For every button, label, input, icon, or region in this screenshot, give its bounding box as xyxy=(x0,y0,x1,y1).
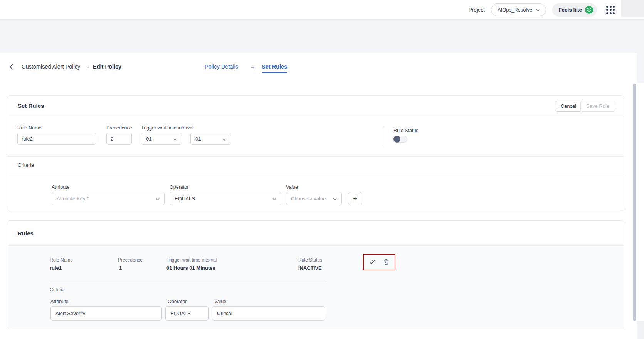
project-dropdown-value: AIOps_Resolve xyxy=(498,7,532,13)
project-dropdown[interactable]: AIOps_Resolve xyxy=(491,3,546,16)
delete-rule-button[interactable] xyxy=(383,259,390,266)
page: Project AIOps_Resolve Feels like xyxy=(0,0,644,339)
rules-card: Rules Rule Name rule1 Precedence 1 Trigg… xyxy=(7,220,624,329)
set-rules-card: Set Rules Cancel Save Rule Rule Name Pre… xyxy=(7,95,624,211)
tab-set-rules[interactable]: Set Rules xyxy=(262,64,287,73)
attribute-placeholder: Attribute Key * xyxy=(57,196,89,201)
trash-icon xyxy=(383,259,389,266)
section-divider xyxy=(7,156,624,157)
project-label: Project xyxy=(469,7,485,13)
trigger-minutes-value: 01 xyxy=(195,136,201,142)
edit-rule-button[interactable] xyxy=(369,259,376,266)
rule-name-value: rule1 xyxy=(50,265,62,271)
criteria-section-label: Criteria xyxy=(18,162,34,168)
chevron-down-icon xyxy=(156,196,160,201)
section-divider xyxy=(7,173,624,173)
precedence-input[interactable] xyxy=(106,133,132,145)
operator-value: EQUALS xyxy=(170,310,191,316)
back-chevron-icon[interactable] xyxy=(8,63,15,70)
attribute-value-box: Alert Severity xyxy=(50,306,162,321)
value-select[interactable]: Choose a value xyxy=(286,192,342,205)
chevron-down-icon xyxy=(536,7,540,13)
precedence-label: Precedence xyxy=(106,125,132,131)
trigger-interval-value: 01 Hours 01 Minutes xyxy=(166,265,215,271)
breadcrumb: Customised Alert Policy › Edit Policy Po… xyxy=(0,62,637,72)
vertical-divider xyxy=(384,129,384,147)
cancel-button[interactable]: Cancel xyxy=(555,101,582,112)
smiley-face-icon xyxy=(585,6,593,14)
operator-label: Operator xyxy=(170,185,188,190)
criteria-section-label: Criteria xyxy=(50,287,65,292)
set-rules-title: Set Rules xyxy=(18,102,44,109)
right-edge-strip-top xyxy=(637,53,644,83)
attribute-label: Attribute xyxy=(52,185,70,190)
precedence-label: Precedence xyxy=(118,257,143,263)
operator-value: EQUALS xyxy=(175,196,195,201)
header-corner-panel xyxy=(621,0,644,17)
rule-status-value: INACTIVE xyxy=(298,265,322,271)
annotation-highlight-box xyxy=(363,254,395,270)
trigger-interval-label: Trigger wait time interval xyxy=(141,125,193,131)
precedence-value: 1 xyxy=(119,265,122,271)
value-value-box: Critical xyxy=(212,306,325,321)
rule-status-label: Rule Status xyxy=(393,128,419,133)
chevron-down-icon xyxy=(173,136,177,142)
attribute-label: Attribute xyxy=(50,299,69,304)
rule-row-divider xyxy=(50,282,326,282)
chevron-down-icon xyxy=(272,196,276,201)
feels-like-button[interactable]: Feels like xyxy=(552,3,597,17)
attribute-select[interactable]: Attribute Key * xyxy=(52,192,165,205)
tab-policy-details[interactable]: Policy Details xyxy=(205,64,238,70)
rule-status-label: Rule Status xyxy=(298,257,322,263)
trigger-minutes-select[interactable]: 01 xyxy=(190,133,231,145)
toggle-knob xyxy=(393,136,400,143)
page-background-band xyxy=(0,20,644,53)
value-value: Critical xyxy=(217,310,232,316)
rules-title: Rules xyxy=(18,230,34,237)
feels-like-label: Feels like xyxy=(558,7,582,13)
right-edge-strip-bottom xyxy=(637,321,644,339)
attribute-value: Alert Severity xyxy=(55,310,85,316)
breadcrumb-parent-link[interactable]: Customised Alert Policy xyxy=(22,64,80,70)
trigger-hours-value: 01 xyxy=(146,136,151,142)
chevron-down-icon xyxy=(222,136,226,142)
operator-value-box: EQUALS xyxy=(165,306,209,321)
rule-name-input[interactable] xyxy=(17,133,96,145)
stepper-arrow-icon: → xyxy=(250,63,256,70)
top-header-bar: Project AIOps_Resolve Feels like xyxy=(0,0,644,20)
rule-name-label: Rule Name xyxy=(50,257,73,263)
trigger-interval-label: Trigger wait time interval xyxy=(166,257,217,263)
rules-card-header: Rules xyxy=(7,221,624,246)
add-criteria-button[interactable]: + xyxy=(348,192,362,205)
chevron-down-icon xyxy=(333,196,337,201)
app-grid-icon[interactable] xyxy=(606,6,615,14)
operator-label: Operator xyxy=(168,299,187,304)
set-rules-card-header: Set Rules Cancel Save Rule xyxy=(7,96,624,116)
trigger-hours-select[interactable]: 01 xyxy=(141,133,182,145)
breadcrumb-separator-icon: › xyxy=(86,64,88,70)
value-placeholder: Choose a value xyxy=(291,196,326,201)
rule-status-toggle[interactable] xyxy=(393,136,407,143)
operator-select[interactable]: EQUALS xyxy=(170,192,281,205)
pencil-icon xyxy=(369,259,375,266)
save-rule-button[interactable]: Save Rule xyxy=(580,101,615,112)
vertical-scrollbar[interactable] xyxy=(633,84,636,321)
value-label: Value xyxy=(286,185,298,190)
value-label: Value xyxy=(214,299,226,304)
rule-name-label: Rule Name xyxy=(17,125,42,131)
page-title: Edit Policy xyxy=(93,64,121,70)
